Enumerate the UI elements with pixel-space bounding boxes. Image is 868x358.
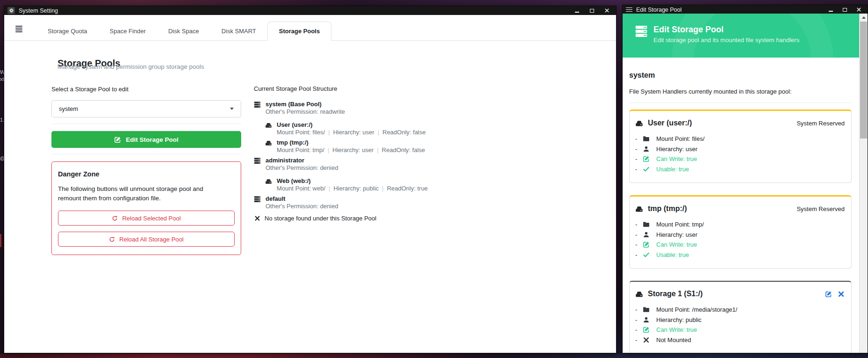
gear-icon <box>7 7 15 14</box>
handler-name: User (user:/) <box>277 121 313 129</box>
server-icon <box>254 196 261 203</box>
person-icon <box>643 316 650 323</box>
pool-permission: Other's Permission: readwrite <box>265 108 544 116</box>
scroll-up-arrow[interactable] <box>860 14 868 21</box>
handler-property: -Usable: true <box>635 164 845 175</box>
remove-handler-button[interactable] <box>838 291 845 298</box>
handler-property: -Hierarchy: user <box>635 144 845 154</box>
page-subtitle: Manage system and permission group stora… <box>57 63 204 70</box>
handler-property: -Usable: true <box>635 250 845 260</box>
handlers-description: File System Handlers currently mounted i… <box>629 88 852 95</box>
server-icon <box>254 101 261 108</box>
handler-name: Storage 1 (S1:/) <box>648 290 703 298</box>
close-button[interactable] <box>599 6 614 15</box>
handler-name: Web (web:/) <box>277 177 311 185</box>
handler-name: User (user:/) <box>648 119 692 127</box>
hdd-icon <box>635 205 643 213</box>
maximize-button[interactable] <box>584 6 599 15</box>
edit-storage-pool-button[interactable]: Edit Storage Pool <box>51 131 241 148</box>
x-icon <box>643 336 650 343</box>
pool-node-system: system (Base Pool) Other's Permission: r… <box>254 101 544 154</box>
divider <box>51 154 241 154</box>
refresh-icon <box>109 236 115 242</box>
tab-space-finder[interactable]: Space Finder <box>99 22 157 40</box>
window-title: Edit Storage Pool <box>636 7 681 13</box>
dialog-header: Edit Storage Pool Edit storage pool and … <box>623 14 859 58</box>
handler-node: User (user:/) Mount Point: files/|Hierar… <box>265 121 544 136</box>
handler-property: -Hierarchy: public <box>635 315 845 325</box>
tab-bar: Storage Quota Space Finder Disk Space Di… <box>4 15 616 41</box>
danger-zone-title: Danger Zone <box>58 170 235 178</box>
edit-icon <box>643 326 650 333</box>
scrollbar[interactable] <box>859 14 868 353</box>
pool-name: system (Base Pool) <box>265 101 322 108</box>
selected-pool-value: system <box>59 105 78 112</box>
check-icon <box>643 166 650 173</box>
edit-icon <box>114 136 121 143</box>
structure-title: Current Storage Pool Structure <box>254 85 544 93</box>
close-button[interactable] <box>852 5 866 14</box>
handler-details: Mount Point: files/|Hierarchy: user|Read… <box>277 129 544 136</box>
desktop-artifact <box>0 234 1 247</box>
pool-structure-panel: Current Storage Pool Structure system (B… <box>254 85 544 222</box>
window-controls <box>569 6 614 15</box>
edit-icon <box>643 241 650 248</box>
handler-node: tmp (tmp:/) Mount Point: tmp/|Hierarchy:… <box>265 139 544 154</box>
minimize-button[interactable] <box>569 6 584 15</box>
check-icon <box>643 251 650 258</box>
tab-disk-space[interactable]: Disk Space <box>157 22 210 40</box>
handler-details: Mount Point: tmp/|Hierarchy: user|ReadOn… <box>277 146 544 154</box>
pool-name: administrator <box>265 157 304 164</box>
storage-pool-select[interactable]: system <box>51 100 241 117</box>
handler-card-storage1: Storage 1 (S1:/) -Mount Point: /media/st… <box>629 281 852 353</box>
select-pool-label: Select a Storage Pool to edit <box>51 86 241 93</box>
menu-icon[interactable] <box>626 7 632 13</box>
person-icon <box>643 231 650 238</box>
menu-icon[interactable] <box>15 25 22 33</box>
titlebar[interactable]: System Setting <box>4 6 616 15</box>
titlebar[interactable]: Edit Storage Pool <box>623 5 868 14</box>
dialog-subtitle: Edit storage pool and its mounted file s… <box>653 37 799 44</box>
divider <box>629 102 852 103</box>
empty-pool-message: No storage found under this Storage Pool <box>254 215 544 222</box>
handler-details: Mount Point: web/|Hierarchy: public|Read… <box>277 185 544 192</box>
reload-selected-pool-button[interactable]: Reload Selected Pool <box>58 211 235 226</box>
wallpaper-streak <box>0 354 868 358</box>
reload-all-pools-button[interactable]: Reload All Storage Pool <box>58 232 235 247</box>
minimize-button[interactable] <box>824 5 838 14</box>
handler-property: -Can Write: true <box>635 154 845 164</box>
hdd-icon <box>265 139 272 146</box>
edit-handler-button[interactable] <box>825 291 832 298</box>
pool-name: default <box>265 195 286 203</box>
pool-name-heading: system <box>629 71 852 80</box>
hdd-icon <box>635 290 643 298</box>
window-body: Storage Quota Space Finder Disk Space Di… <box>4 15 616 353</box>
handler-property: -Hierarchy: user <box>635 230 845 240</box>
pool-node-administrator: administrator Other's Permission: denied… <box>254 157 544 192</box>
window-title: System Setting <box>19 7 58 14</box>
scrollbar-thumb[interactable] <box>860 22 867 139</box>
hdd-icon <box>635 119 643 127</box>
hdd-icon <box>265 122 272 129</box>
handler-node: Web (web:/) Mount Point: web/|Hierarchy:… <box>265 177 544 192</box>
tab-storage-pools[interactable]: Storage Pools <box>267 22 331 41</box>
handler-property: -Mount Point: tmp/ <box>635 219 845 230</box>
pool-node-default: default Other's Permission: denied No st… <box>254 195 544 222</box>
edit-storage-pool-window: Edit Storage Pool Edit Storage Pool Edit… <box>622 5 868 353</box>
folder-icon <box>643 306 650 313</box>
server-icon <box>254 157 261 164</box>
handler-card-tmp: tmp (tmp:/) System Reserved -Mount Point… <box>629 195 852 269</box>
handler-property: -Can Write: true <box>635 325 845 335</box>
folder-icon <box>643 221 650 228</box>
desktop: { "desktop": { "fragments": ["W", "xt", … <box>0 0 868 358</box>
server-icon <box>635 25 648 38</box>
maximize-button[interactable] <box>838 5 852 14</box>
danger-zone: Danger Zone The following buttons will u… <box>51 161 241 255</box>
danger-zone-description: The following buttons will unmount stora… <box>58 184 225 203</box>
handler-property: -Not Mounted <box>635 335 845 345</box>
tab-disk-smart[interactable]: Disk SMART <box>210 22 267 40</box>
tab-storage-quota[interactable]: Storage Quota <box>36 22 99 40</box>
handler-property: -Mount Point: files/ <box>635 134 845 144</box>
divider <box>51 124 241 124</box>
handler-card-user: User (user:/) System Reserved -Mount Poi… <box>629 110 852 183</box>
